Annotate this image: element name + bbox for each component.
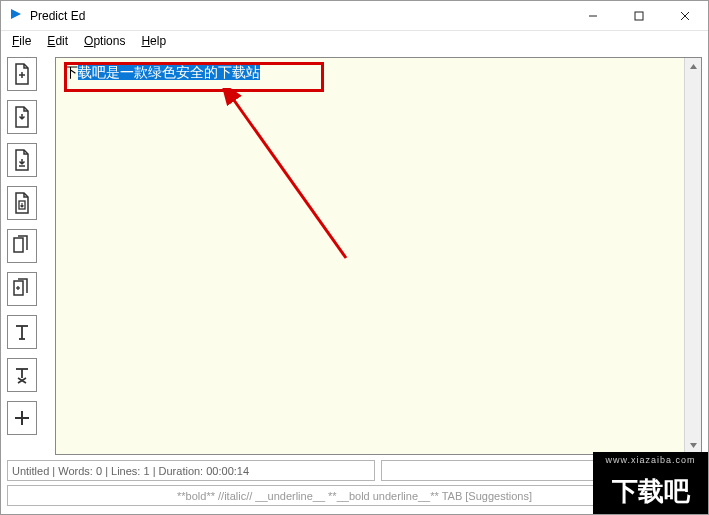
svg-marker-21 (690, 64, 697, 69)
window-title: Predict Ed (30, 9, 570, 23)
editor-content[interactable]: 下载吧是一款绿色安全的下载站 (56, 58, 684, 454)
paste-button[interactable] (7, 272, 37, 306)
save-as-button[interactable] (7, 186, 37, 220)
annotation-arrow (206, 88, 366, 278)
menu-bar: File Edit Options Help (1, 31, 708, 51)
maximize-button[interactable] (616, 1, 662, 31)
save-file-button[interactable] (7, 143, 37, 177)
watermark-url: www.xiazaiba.com (593, 452, 708, 468)
menu-help[interactable]: Help (135, 33, 172, 49)
status-left: Untitled | Words: 0 | Lines: 1 | Duratio… (7, 460, 375, 481)
side-toolbar (7, 57, 43, 455)
open-file-button[interactable] (7, 100, 37, 134)
watermark: www.xiazaiba.com 下载吧 (593, 452, 708, 514)
svg-line-20 (231, 96, 346, 258)
scroll-up-icon[interactable] (685, 58, 701, 75)
minimize-button[interactable] (570, 1, 616, 31)
menu-edit[interactable]: Edit (41, 33, 74, 49)
watermark-text: 下载吧 (593, 468, 708, 514)
menu-options[interactable]: Options (78, 33, 131, 49)
app-icon (9, 7, 23, 24)
text-tool-button[interactable] (7, 315, 37, 349)
copy-button[interactable] (7, 229, 37, 263)
editor[interactable]: 下载吧是一款绿色安全的下载站 (55, 57, 702, 455)
format-hint-text: **bold** //italic// __underline__ **__bo… (177, 490, 532, 502)
new-file-button[interactable] (7, 57, 37, 91)
close-button[interactable] (662, 1, 708, 31)
vertical-scrollbar[interactable] (684, 58, 701, 454)
clear-format-button[interactable] (7, 358, 37, 392)
svg-marker-0 (11, 9, 21, 19)
main-area: 下载吧是一款绿色安全的下载站 (1, 51, 708, 455)
svg-rect-2 (635, 12, 643, 20)
svg-marker-22 (690, 443, 697, 448)
add-button[interactable] (7, 401, 37, 435)
title-bar: Predict Ed (1, 1, 708, 31)
menu-file[interactable]: File (6, 33, 37, 49)
